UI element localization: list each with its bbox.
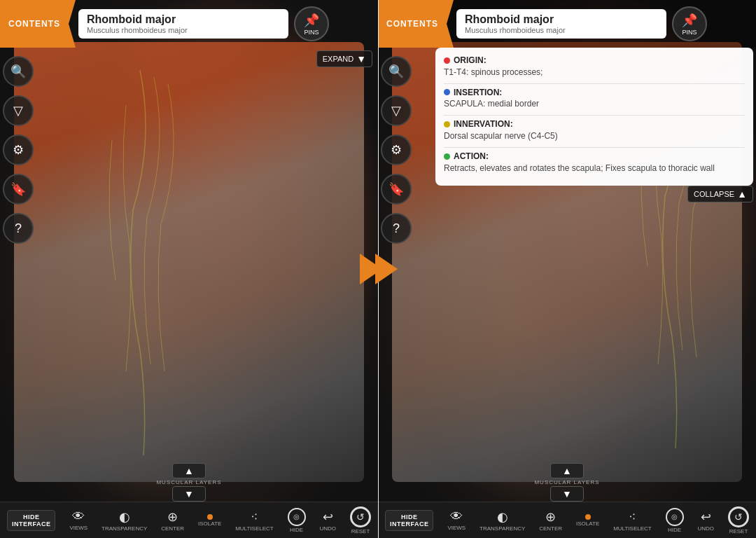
- views-icon: 👁: [72, 509, 85, 524]
- search-icon[interactable]: 🔍: [3, 56, 34, 87]
- right-layers-label: MUSCULAR LAYERS: [534, 479, 599, 485]
- right-undo-button[interactable]: ↩ UNDO: [698, 509, 715, 532]
- contents-button[interactable]: CONTENTS: [0, 0, 69, 48]
- hide-label: HIDE: [290, 527, 303, 533]
- divider-2: [444, 115, 745, 116]
- hide-interface-button[interactable]: HIDEINTERFACE: [7, 510, 56, 531]
- views-button[interactable]: 👁 VIEWS: [69, 509, 88, 531]
- right-layer-up-button[interactable]: ▲: [550, 463, 584, 478]
- right-views-button[interactable]: 👁 VIEWS: [447, 509, 465, 531]
- right-undo-label: UNDO: [698, 525, 715, 532]
- layers-label: MUSCULAR LAYERS: [156, 479, 221, 485]
- right-pins-icon: 📌: [682, 13, 697, 28]
- origin-row: ORIGIN: T1-T4: spinous processes;: [444, 55, 745, 78]
- collapse-button[interactable]: COLLAPSE ▲: [687, 186, 753, 202]
- right-pins-label: PINS: [682, 29, 696, 36]
- expand-button[interactable]: EXPAND ▼: [316, 50, 372, 67]
- action-row: ACTION: Retracts, elevates and rotates t…: [444, 151, 745, 174]
- expand-label: EXPAND: [323, 55, 354, 63]
- info-panel: ORIGIN: T1-T4: spinous processes; INSERT…: [435, 48, 753, 186]
- right-layers-control: ▲ MUSCULAR LAYERS ▼: [378, 463, 756, 502]
- right-search-icon[interactable]: 🔍: [381, 56, 412, 87]
- expand-arrow-icon: ▼: [356, 53, 366, 64]
- right-center-icon: ⊕: [545, 509, 556, 525]
- reset-label: RESET: [351, 528, 370, 534]
- right-contents-button[interactable]: CONTENTS: [378, 0, 447, 48]
- undo-button[interactable]: ↩ UNDO: [320, 509, 337, 532]
- layer-up-button[interactable]: ▲: [172, 463, 206, 478]
- right-isolate-button[interactable]: ISOLATE: [576, 514, 599, 527]
- innervation-dot: [444, 121, 450, 127]
- right-help-icon[interactable]: ?: [381, 213, 412, 244]
- right-settings-icon[interactable]: ⚙: [381, 134, 412, 165]
- action-dot: [444, 153, 450, 160]
- multiselect-label: MULTISELECT: [235, 525, 274, 532]
- anatomy-overlay: [14, 42, 364, 482]
- transition-arrow: [375, 254, 398, 284]
- right-reset-icon: ↺: [728, 506, 749, 527]
- left-panel: CONTENTS Rhomboid major Musculus rhomboi…: [0, 0, 378, 538]
- action-label: ACTION:: [444, 151, 745, 163]
- right-center-button[interactable]: ⊕ CENTER: [539, 509, 562, 532]
- insertion-text: SCAPULA: medial border: [444, 98, 745, 110]
- right-reset-button[interactable]: ↺ RESET: [728, 506, 749, 534]
- right-undo-icon: ↩: [701, 509, 711, 525]
- hide-icon: ◎: [288, 508, 306, 526]
- right-hide-button[interactable]: ◎ HIDE: [666, 508, 684, 533]
- right-bottom-toolbar: HIDEINTERFACE 👁 VIEWS ◐ TRANSPARENCY ⊕ C…: [378, 502, 756, 538]
- action-text: Retracts, elevates and rotates the scapu…: [444, 163, 745, 174]
- layers-control: ▲ MUSCULAR LAYERS ▼: [0, 463, 378, 502]
- top-bar: CONTENTS Rhomboid major Musculus rhomboi…: [0, 0, 378, 48]
- collapse-arrow-icon: ▲: [737, 188, 747, 200]
- divider-1: [444, 83, 745, 84]
- right-bookmark-add-icon[interactable]: 🔖: [381, 174, 412, 205]
- multiselect-button[interactable]: ⁖ MULTISELECT: [235, 509, 274, 532]
- pins-button[interactable]: 📌 PINS: [294, 6, 329, 41]
- right-multiselect-button[interactable]: ⁖ MULTISELECT: [613, 509, 652, 532]
- transparency-label: TRANSPARENCY: [102, 525, 147, 532]
- isolate-label: ISOLATE: [198, 520, 221, 527]
- right-filter-icon[interactable]: ▽: [381, 95, 412, 126]
- origin-text: T1-T4: spinous processes;: [444, 67, 745, 78]
- right-top-bar: CONTENTS Rhomboid major Musculus rhomboi…: [378, 0, 756, 48]
- pins-icon: 📌: [304, 13, 319, 28]
- right-layer-down-button[interactable]: ▼: [550, 486, 584, 502]
- right-transparency-button[interactable]: ◐ TRANSPARENCY: [479, 509, 525, 532]
- bookmark-add-icon[interactable]: 🔖: [3, 174, 34, 205]
- reset-icon: ↺: [350, 506, 371, 527]
- origin-label: ORIGIN:: [444, 55, 745, 67]
- right-reset-label: RESET: [729, 528, 748, 534]
- views-label: VIEWS: [69, 525, 88, 531]
- right-hide-label: HIDE: [668, 527, 681, 533]
- filter-icon[interactable]: ▽: [3, 95, 34, 126]
- innervation-row: INNERVATION: Dorsal scapular nerve (C4-C…: [444, 118, 745, 142]
- right-muscle-subtitle: Musculus rhomboideus major: [465, 26, 658, 34]
- insertion-label: INSERTION:: [444, 87, 745, 99]
- reset-button[interactable]: ↺ RESET: [350, 506, 371, 534]
- right-isolate-icon: [585, 514, 591, 520]
- hide-button[interactable]: ◎ HIDE: [288, 508, 306, 533]
- collapse-label: COLLAPSE: [694, 190, 734, 198]
- right-views-icon: 👁: [450, 509, 463, 524]
- undo-icon: ↩: [323, 509, 333, 525]
- isolate-button[interactable]: ISOLATE: [198, 514, 221, 527]
- right-panel: CONTENTS Rhomboid major Musculus rhomboi…: [378, 0, 756, 538]
- center-button[interactable]: ⊕ CENTER: [161, 509, 184, 532]
- right-title-box: Rhomboid major Musculus rhomboideus majo…: [456, 9, 666, 39]
- right-hide-interface-button[interactable]: HIDEINTERFACE: [385, 510, 434, 531]
- transparency-button[interactable]: ◐ TRANSPARENCY: [102, 509, 147, 532]
- settings-icon[interactable]: ⚙: [3, 134, 34, 165]
- right-views-label: VIEWS: [447, 525, 465, 531]
- left-bottom-toolbar: HIDEINTERFACE 👁 VIEWS ◐ TRANSPARENCY ⊕ C…: [0, 502, 378, 538]
- undo-label: UNDO: [320, 525, 337, 532]
- isolate-icon: [207, 514, 213, 520]
- muscle-subtitle: Musculus rhomboideus major: [87, 26, 280, 34]
- help-icon[interactable]: ?: [3, 213, 34, 244]
- right-pins-button[interactable]: 📌 PINS: [672, 6, 707, 41]
- multiselect-icon: ⁖: [251, 509, 258, 525]
- innervation-text: Dorsal scapular nerve (C4-C5): [444, 130, 745, 142]
- insertion-row: INSERTION: SCAPULA: medial border: [444, 87, 745, 111]
- layer-down-button[interactable]: ▼: [172, 486, 206, 502]
- left-sidebar: 🔍 ▽ ⚙ 🔖 ?: [3, 56, 34, 244]
- right-multiselect-icon: ⁖: [629, 509, 636, 525]
